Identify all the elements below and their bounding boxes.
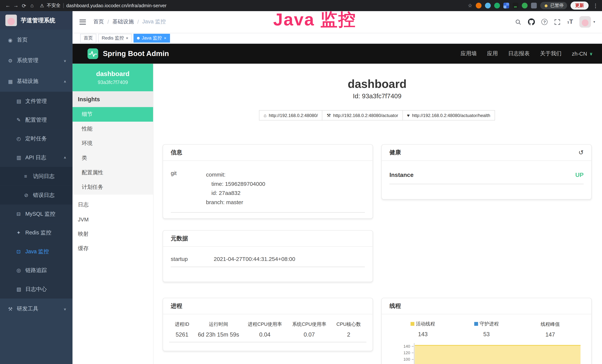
- font-size-icon[interactable]: тT: [567, 18, 573, 25]
- sidebar-item-mysql-monitor[interactable]: ⊟ MySQL 监控: [0, 204, 73, 223]
- file-icon: ▤: [17, 98, 25, 104]
- sidebar-item-log-center[interactable]: ▧ 日志中心: [0, 280, 73, 299]
- tampermonkey-icon[interactable]: on: [513, 3, 518, 8]
- chevron-down-icon: ∨: [64, 307, 66, 310]
- sidebar-item-api-logs[interactable]: ▥ API 日志 ∧: [0, 148, 73, 167]
- sidebar-item-infrastructure[interactable]: ▦ 基础设施 ∧: [0, 71, 73, 92]
- reload-icon[interactable]: ⟳: [20, 2, 28, 9]
- home-icon[interactable]: ⌂: [28, 3, 36, 8]
- card-header: 进程: [163, 298, 373, 314]
- sidebar-item-scheduled-tasks[interactable]: ◴ 定时任务: [0, 129, 73, 148]
- github-icon[interactable]: [528, 18, 535, 25]
- sba-nav: 应用墙 应用 日志报表 关于我们 zh-CN ∨: [461, 50, 593, 57]
- hamburger-icon[interactable]: [79, 20, 86, 24]
- sba-item-classes[interactable]: 类: [73, 151, 153, 165]
- tools-icon: ⚒: [8, 306, 17, 312]
- close-icon[interactable]: ×: [126, 36, 128, 40]
- back-icon[interactable]: ←: [4, 3, 12, 8]
- sba-item-config-props[interactable]: 配置属性: [73, 165, 153, 180]
- instance-header: dashboard 93a3fc7f7409: [73, 64, 153, 91]
- y-axis-tick: 140: [397, 344, 410, 348]
- tab-java-monitor[interactable]: Java 监控 ×: [134, 33, 170, 43]
- extension-icon-blue[interactable]: [485, 3, 491, 8]
- paused-extension-badge[interactable]: ☻ 已暂停: [540, 2, 567, 9]
- link-health-url[interactable]: ♥ http://192.168.0.2:48080/actuator/heal…: [402, 110, 495, 120]
- locale-select[interactable]: zh-CN ∨: [572, 51, 593, 57]
- extension-icon-dark[interactable]: [531, 3, 537, 8]
- sba-nav-wallboard[interactable]: 应用墙: [461, 50, 477, 57]
- metadata-card: 元数据 startup 2021-04-27T00:44:31.254+08:0…: [163, 230, 373, 282]
- chevron-up-icon: ∧: [64, 80, 66, 83]
- threads-card: 线程 活动线程 143 守护进程: [381, 298, 592, 364]
- address-separator: [63, 3, 64, 8]
- sidebar-item-access-logs[interactable]: ≡ 访问日志: [0, 167, 73, 186]
- breadcrumb-infrastructure[interactable]: 基础设施: [112, 18, 134, 25]
- sba-item-caches[interactable]: 缓存: [73, 241, 153, 256]
- sidebar-item-label: 定时任务: [25, 135, 47, 142]
- breadcrumb-current: Java 监控: [142, 18, 166, 25]
- tab-home[interactable]: 首页: [80, 33, 97, 43]
- sidebar-item-label: 系统管理: [17, 57, 38, 64]
- sba-nav-applications[interactable]: 应用: [487, 50, 498, 57]
- sidebar-item-trace[interactable]: ◎ 链路追踪: [0, 261, 73, 280]
- sba-brand[interactable]: Spring Boot Admin: [87, 48, 169, 59]
- axis-tick-mark: [412, 346, 414, 347]
- sidebar-item-file-mgmt[interactable]: ▤ 文件管理: [0, 92, 73, 110]
- admin-sidebar: 芋道管理系统 ◉ 首页 ⚙ 系统管理 ∨ ▦ 基础设施 ∧ ▤: [0, 11, 73, 364]
- extension-icon-orange[interactable]: [476, 3, 482, 8]
- heart-icon: ♥: [407, 113, 410, 118]
- sidebar-item-error-logs[interactable]: ⊘ 错误日志: [0, 186, 73, 204]
- doc-icon: ≡: [24, 173, 33, 179]
- sidebar-item-dev-tools[interactable]: ⚒ 研发工具 ∨: [0, 299, 73, 319]
- sidebar-item-config-mgmt[interactable]: ✎ 配置管理: [0, 110, 73, 129]
- update-button[interactable]: 更新: [570, 1, 589, 10]
- home-icon: ⌂: [264, 113, 266, 118]
- fullscreen-icon[interactable]: [554, 19, 561, 25]
- link-actuator-url[interactable]: ⚒ http://192.168.0.2:48080/actuator: [322, 110, 403, 120]
- sidebar-item-java-monitor[interactable]: ⊡ Java 监控: [0, 242, 73, 261]
- breadcrumb: 首页 / 基础设施 / Java 监控: [93, 18, 166, 25]
- sba-nav-about[interactable]: 关于我们: [540, 50, 562, 57]
- sidebar-item-home[interactable]: ◉ 首页: [0, 30, 73, 50]
- legend-value: 53: [455, 331, 518, 337]
- legend-live-threads: 活动线程 143: [391, 321, 455, 338]
- tab-label: 首页: [84, 35, 93, 41]
- sba-item-jvm[interactable]: JVM: [73, 212, 153, 227]
- history-icon[interactable]: ↺: [579, 149, 584, 156]
- link-service-url[interactable]: ⌂ http://192.168.0.2:48080/: [259, 110, 322, 120]
- extension-icon-grid[interactable]: [503, 3, 509, 8]
- card-title: 健康: [389, 149, 401, 156]
- sba-nav-journal[interactable]: 日志报表: [508, 50, 530, 57]
- tab-label: Java 监控: [142, 35, 162, 41]
- extension-icon-green[interactable]: [494, 3, 500, 8]
- timer-icon: ◴: [17, 136, 25, 142]
- forward-icon[interactable]: →: [12, 3, 20, 8]
- address-bar[interactable]: ⚠ 不安全 dashboard.yudao.iocoder.cn/infra/a…: [40, 2, 464, 9]
- sidebar-item-system-mgmt[interactable]: ⚙ 系统管理 ∨: [0, 50, 73, 71]
- bookmark-star-icon[interactable]: ☆: [468, 3, 472, 8]
- sba-item-scheduled-tasks[interactable]: 计划任务: [73, 180, 153, 195]
- sba-item-mappings[interactable]: 映射: [73, 227, 153, 241]
- kebab-menu-icon[interactable]: ⋮: [593, 2, 598, 9]
- sba-item-logs[interactable]: 日志: [73, 198, 153, 212]
- help-icon[interactable]: ?: [542, 19, 548, 25]
- close-icon[interactable]: ×: [164, 36, 166, 40]
- chevron-down-icon: ∨: [589, 51, 593, 56]
- avatar[interactable]: [580, 16, 591, 28]
- sidebar-item-redis-monitor[interactable]: ✦ Redis 监控: [0, 223, 73, 242]
- sba-item-metrics[interactable]: 性能: [73, 122, 153, 136]
- tab-redis-monitor[interactable]: Redis 监控 ×: [98, 33, 132, 43]
- sba-item-details[interactable]: 细节: [73, 107, 153, 122]
- metadata-value: 2021-04-27T00:44:31.254+08:00: [214, 256, 295, 262]
- sba-item-environment[interactable]: 环境: [73, 136, 153, 151]
- extension-icon-leaf[interactable]: [522, 3, 527, 8]
- search-icon[interactable]: [515, 19, 522, 25]
- sidebar-item-label: API 日志: [25, 154, 46, 161]
- topbar-actions: ? тT ▾: [515, 16, 595, 28]
- card-header: 信息: [163, 145, 373, 161]
- security-label: 不安全: [47, 2, 61, 9]
- metadata-row-startup: startup 2021-04-27T00:44:31.254+08:00: [171, 256, 365, 267]
- legend-value: 147: [518, 331, 582, 338]
- info-row-git: git commit: time: 1596289704000 id: 27aa…: [171, 170, 365, 213]
- breadcrumb-home[interactable]: 首页: [93, 18, 104, 25]
